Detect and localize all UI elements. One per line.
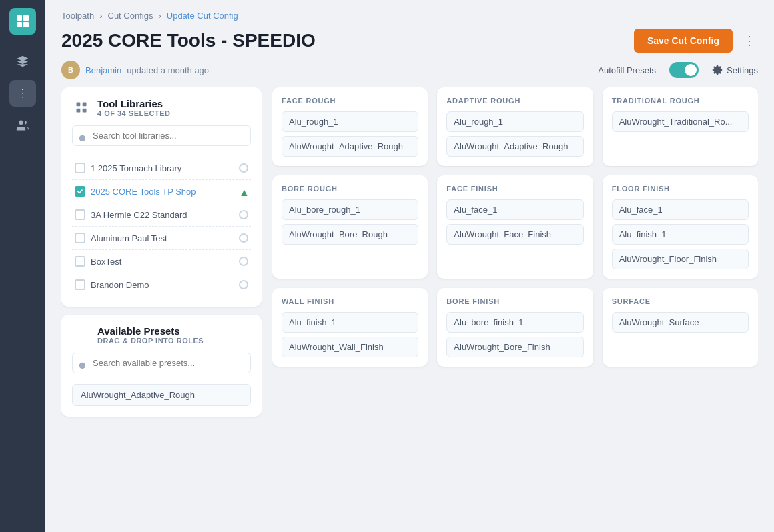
available-presets-subtitle: DRAG & DROP INTO ROLES (97, 337, 204, 345)
role-card-bore-rough: BORE ROUGH Alu_bore_rough_1AluWrought_Bo… (272, 175, 428, 279)
lib-item[interactable]: 1 2025 Tormach Library (72, 157, 251, 180)
autofill-label: Autofill Presets (598, 65, 656, 75)
breadcrumb-toolpath[interactable]: Toolpath (61, 11, 94, 21)
role-title: BORE FINISH (446, 297, 583, 305)
updated-text: updated a month ago (127, 65, 209, 75)
tool-libraries-title-group: Tool Libraries 4 OF 34 SELECTED (97, 98, 170, 117)
role-preset-tag[interactable]: Alu_rough_1 (446, 111, 583, 132)
lib-item[interactable]: 3A Hermle C22 Standard (72, 203, 251, 227)
gear-icon (712, 65, 723, 75)
tool-libraries-search[interactable] (72, 125, 251, 146)
tool-libraries-header: Tool Libraries 4 OF 34 SELECTED (72, 98, 251, 117)
svg-rect-2 (17, 22, 22, 27)
role-preset-tag[interactable]: AluWrought_Bore_Finish (446, 337, 583, 357)
role-title: TRADITIONAL ROUGH (612, 97, 749, 105)
autofill-toggle[interactable] (669, 62, 699, 78)
role-card-face-finish: FACE FINISH Alu_face_1AluWrought_Face_Fi… (437, 175, 593, 279)
svg-rect-11 (83, 109, 87, 113)
settings-label: Settings (727, 65, 758, 75)
role-preset-tag[interactable]: AluWrought_Traditional_Ro... (612, 111, 749, 132)
lib-item-left: 3A Hermle C22 Standard (75, 209, 187, 220)
header-actions: Save Cut Config ⋮ (634, 29, 758, 53)
available-preset-item[interactable]: AluWrought_Adaptive_Rough (72, 384, 251, 406)
lib-item-left: BoxTest (75, 256, 121, 267)
role-title: WALL FINISH (282, 297, 418, 305)
lib-status-circle (239, 233, 248, 243)
role-preset-tag[interactable]: Alu_finish_1 (612, 224, 749, 245)
tool-libraries-card: Tool Libraries 4 OF 34 SELECTED 1 2025 T… (61, 87, 262, 307)
sidebar-item-users[interactable] (9, 112, 36, 139)
role-preset-tag[interactable]: Alu_bore_finish_1 (446, 312, 583, 333)
svg-point-4 (22, 93, 23, 94)
lib-item[interactable]: 2025 CORE Tools TP Shop ▲ (72, 180, 251, 203)
lib-checkbox[interactable] (75, 233, 85, 243)
role-preset-tag[interactable]: AluWrought_Adaptive_Rough (446, 136, 583, 157)
svg-rect-0 (17, 15, 22, 21)
role-preset-tag[interactable]: AluWrought_Wall_Finish (282, 337, 418, 357)
available-presets-search[interactable] (72, 353, 251, 373)
role-preset-tag[interactable]: Alu_rough_1 (282, 111, 418, 132)
role-card-traditional-rough: TRADITIONAL ROUGH AluWrought_Traditional… (603, 87, 758, 166)
settings-button[interactable]: Settings (712, 65, 758, 75)
role-preset-tag[interactable]: AluWrought_Adaptive_Rough (282, 136, 418, 157)
svg-point-6 (22, 97, 23, 98)
lib-name: 3A Hermle C22 Standard (91, 210, 187, 220)
role-card-bore-finish: BORE FINISH Alu_bore_finish_1AluWrought_… (437, 288, 593, 367)
role-card-surface: SURFACE AluWrought_Surface (603, 288, 758, 367)
role-preset-tag[interactable]: AluWrought_Floor_Finish (612, 249, 749, 269)
available-presets-search-wrap (72, 353, 251, 379)
page-title: 2025 CORE Tools - SPEEDIO (61, 30, 316, 51)
tool-libraries-subtitle: 4 OF 34 SELECTED (97, 109, 170, 117)
role-preset-tag[interactable]: Alu_face_1 (446, 199, 583, 220)
svg-point-5 (22, 89, 23, 90)
lib-item[interactable]: Aluminum Paul Test (72, 227, 251, 250)
lib-checkbox[interactable] (75, 186, 85, 197)
save-cut-config-button[interactable]: Save Cut Config (634, 29, 733, 53)
meta-user: B Benjamin updated a month ago (61, 61, 209, 79)
roles-grid: FACE ROUGH Alu_rough_1AluWrought_Adaptiv… (272, 87, 758, 521)
role-title: FACE FINISH (446, 185, 583, 193)
role-title: BORE ROUGH (282, 185, 418, 193)
role-preset-tag[interactable]: Alu_finish_1 (282, 312, 418, 333)
svg-line-21 (85, 367, 87, 369)
lib-status-warning: ▲ (239, 187, 248, 196)
lib-status-circle (239, 210, 248, 219)
preset-icon (72, 325, 91, 344)
lib-item[interactable]: BoxTest (72, 250, 251, 273)
sidebar (0, 0, 45, 532)
svg-point-7 (19, 121, 23, 125)
sidebar-item-cube[interactable] (9, 48, 36, 75)
breadcrumb-current: Update Cut Config (167, 11, 238, 21)
breadcrumb-sep-2: › (158, 11, 161, 21)
lib-item-left: Aluminum Paul Test (75, 233, 167, 243)
lib-status-circle (239, 257, 248, 266)
svg-point-12 (79, 135, 85, 141)
available-presets-header: Available Presets DRAG & DROP INTO ROLES (72, 325, 251, 345)
app-logo[interactable] (9, 8, 36, 35)
lib-name: Aluminum Paul Test (91, 233, 167, 243)
lib-checkbox[interactable] (75, 256, 85, 267)
role-preset-tag[interactable]: Alu_face_1 (612, 199, 749, 220)
avatar: B (61, 61, 80, 79)
role-title: FLOOR FINISH (612, 185, 749, 193)
presets-list: AluWrought_Adaptive_Rough (72, 384, 251, 406)
lib-checkbox[interactable] (75, 279, 85, 290)
lib-item-left: 1 2025 Tormach Library (75, 163, 181, 173)
role-preset-tag[interactable]: AluWrought_Bore_Rough (282, 224, 418, 245)
breadcrumb-cut-configs[interactable]: Cut Configs (108, 11, 153, 21)
role-title: FACE ROUGH (282, 97, 418, 105)
svg-rect-3 (23, 22, 29, 27)
lib-name: 1 2025 Tormach Library (91, 163, 181, 173)
svg-rect-10 (77, 109, 81, 113)
role-preset-tag[interactable]: Alu_bore_rough_1 (282, 199, 418, 220)
role-preset-tag[interactable]: AluWrought_Face_Finish (446, 224, 583, 245)
lib-checkbox[interactable] (75, 209, 85, 220)
tool-libraries-search-wrap (72, 125, 251, 151)
more-options-button[interactable]: ⋮ (741, 31, 758, 51)
lib-name: BoxTest (91, 257, 121, 267)
left-panel: Tool Libraries 4 OF 34 SELECTED 1 2025 T… (61, 87, 262, 521)
lib-checkbox[interactable] (75, 163, 85, 173)
lib-item[interactable]: Brandon Demo (72, 273, 251, 296)
sidebar-item-layers[interactable] (9, 80, 36, 107)
role-preset-tag[interactable]: AluWrought_Surface (612, 312, 749, 333)
